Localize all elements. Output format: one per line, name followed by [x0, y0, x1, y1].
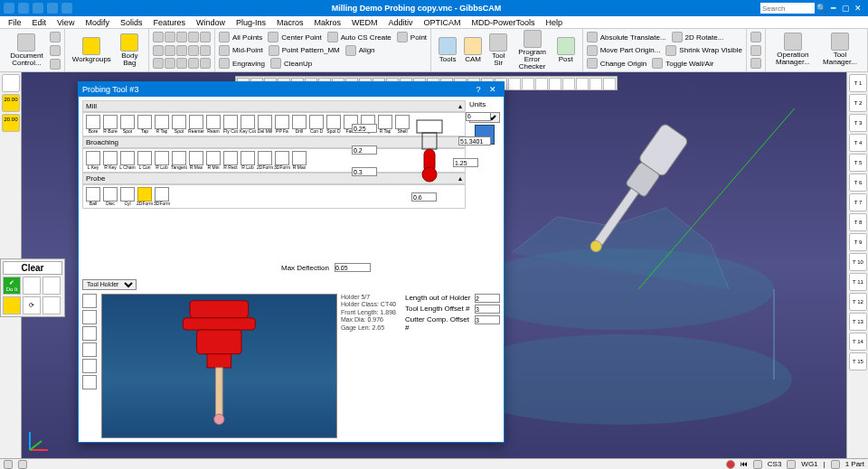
menu-modify[interactable]: Modify — [80, 18, 114, 27]
tool-type-r-key[interactable]: R Key — [102, 151, 118, 170]
chg-origin-icon[interactable] — [587, 58, 598, 69]
minimize-button[interactable]: ━ — [826, 4, 839, 13]
geometry-icon[interactable] — [50, 32, 61, 42]
shapes-icon[interactable] — [50, 45, 61, 56]
close-button[interactable]: ✕ — [852, 4, 864, 13]
tool-type-spot-d[interactable]: Spot D — [326, 115, 342, 134]
tool-type-pp-fa[interactable]: PP Fa — [274, 115, 290, 134]
status-icon[interactable] — [753, 460, 762, 469]
dim-tip-input[interactable] — [411, 192, 437, 202]
body-bag-button[interactable]: Body Bag — [115, 32, 145, 69]
menu-makros[interactable]: Makros — [310, 18, 346, 27]
qat-button[interactable] — [61, 3, 72, 14]
tool-type-l-con[interactable]: L Con — [137, 151, 153, 170]
tool-type-r-tap[interactable]: R Tap — [154, 115, 170, 134]
menu-macros[interactable]: Macros — [272, 18, 308, 27]
engraving-icon[interactable] — [219, 58, 230, 69]
tool-number-input[interactable] — [466, 112, 491, 121]
menu-edit[interactable]: Edit — [28, 18, 52, 27]
rot2d-icon[interactable] — [672, 32, 683, 42]
tool-preview-viewport[interactable] — [101, 294, 337, 438]
toggle-icon[interactable] — [652, 58, 663, 69]
menu-view[interactable]: View — [52, 18, 79, 27]
mill-section-header[interactable]: Mill▴ — [82, 100, 466, 112]
workgroups-button[interactable]: Workgroups — [69, 35, 115, 65]
tool-slot[interactable]: T 9 — [849, 233, 867, 251]
tool-type-3dformr[interactable]: 3DFormR — [274, 151, 290, 170]
do-it-button[interactable]: ✔Do It — [3, 277, 21, 295]
left-tool-button[interactable] — [2, 74, 20, 92]
center-point-icon[interactable] — [268, 32, 278, 42]
tools-button[interactable]: Tools — [435, 35, 460, 65]
cutter-comp-input[interactable] — [475, 315, 500, 324]
tool-holder-select[interactable]: Tool Holder — [82, 279, 137, 290]
tool-type-r-rect[interactable]: R Rect — [222, 151, 239, 170]
dim-d1-input[interactable] — [352, 124, 377, 133]
tool-type-3dform[interactable]: 3DForm — [154, 187, 170, 206]
tool-slot[interactable]: T 4 — [849, 134, 867, 152]
qat-button[interactable] — [18, 3, 29, 14]
action-button[interactable] — [3, 296, 21, 314]
tool-slot[interactable]: T 15 — [849, 352, 867, 371]
tool-type-bore[interactable]: Bore — [85, 115, 101, 134]
left-tool-value[interactable]: 20.00 — [2, 114, 20, 132]
tool-slot[interactable]: T 14 — [849, 333, 867, 351]
menu-mdd-powertools[interactable]: MDD-PowerTools — [467, 18, 540, 27]
tool-slot[interactable]: T 1 — [849, 74, 867, 92]
geom-icon[interactable] — [153, 58, 164, 69]
preview-icon[interactable] — [82, 310, 97, 324]
tool-slot[interactable]: T 12 — [849, 293, 867, 311]
tool-slot[interactable]: T 13 — [849, 313, 867, 331]
len-out-holder-input[interactable] — [475, 294, 500, 303]
tool-slot[interactable]: T 3 — [849, 114, 867, 132]
geom-icon[interactable] — [153, 32, 164, 42]
dialog-help-button[interactable]: ? — [471, 85, 486, 94]
post-button[interactable]: Post — [553, 35, 579, 65]
tool-slot[interactable]: T 5 — [849, 154, 867, 172]
collapse-icon[interactable]: ▴ — [458, 102, 462, 110]
tool-type-ream[interactable]: Ream — [205, 115, 222, 134]
tool-type-2dform[interactable]: 2DForm — [257, 151, 273, 170]
geom-icon[interactable] — [188, 45, 199, 56]
search-icon[interactable]: 🔍 — [816, 4, 826, 13]
preview-icon[interactable] — [82, 326, 97, 341]
tool-type-key-cut[interactable]: Key Cut — [240, 115, 256, 134]
geom-icon[interactable] — [153, 45, 164, 56]
geom-icon[interactable] — [176, 45, 187, 56]
menu-opticam[interactable]: OPTICAM — [420, 18, 466, 27]
geom-icon[interactable] — [176, 58, 187, 69]
tool-type-reamer[interactable]: Reamer — [188, 115, 204, 134]
geom-icon[interactable] — [165, 45, 175, 56]
tool-type-r-max[interactable]: R Max — [291, 151, 307, 170]
tool-type-r-lob[interactable]: R Lob — [154, 151, 170, 170]
tool-len-offset-input[interactable] — [475, 305, 500, 314]
tool-type-del-mill[interactable]: Del Mill — [257, 115, 273, 134]
tool-slot[interactable]: T 7 — [849, 193, 867, 211]
geom-icon[interactable] — [176, 32, 187, 42]
qat-button[interactable] — [4, 3, 14, 14]
tool-type-drill[interactable]: Drill — [291, 115, 307, 134]
menu-plug-ins[interactable]: Plug-Ins — [231, 18, 270, 27]
clock-icon[interactable] — [750, 32, 761, 42]
tool-type-r-min[interactable]: R Min — [205, 151, 222, 170]
dialog-titlebar[interactable]: Probing Tool #3 ? ✕ — [79, 82, 504, 97]
qat-button[interactable] — [47, 3, 58, 14]
status-wg[interactable]: WG1 — [801, 460, 817, 468]
tool-type-tap[interactable]: Tap — [137, 115, 153, 134]
menu-features[interactable]: Features — [148, 18, 190, 27]
geom-icon[interactable] — [200, 45, 211, 56]
tool-type-spot[interactable]: Spot — [119, 115, 136, 134]
shrink-icon[interactable] — [665, 45, 676, 56]
op-manager-button[interactable]: Operation Manager... — [769, 31, 816, 70]
menu-solids[interactable]: Solids — [116, 18, 147, 27]
cleanup-icon[interactable] — [270, 58, 281, 69]
geom-icon[interactable] — [200, 32, 211, 42]
status-cs[interactable]: CS3 — [768, 460, 782, 468]
preview-icon[interactable] — [82, 359, 97, 373]
sigma-icon[interactable] — [750, 45, 761, 56]
geom-icon[interactable] — [165, 32, 175, 42]
tool-slot[interactable]: T 6 — [849, 174, 867, 192]
cs-icon[interactable] — [50, 59, 61, 70]
geom-icon[interactable] — [165, 58, 175, 69]
dim-d2-input[interactable] — [352, 145, 377, 155]
